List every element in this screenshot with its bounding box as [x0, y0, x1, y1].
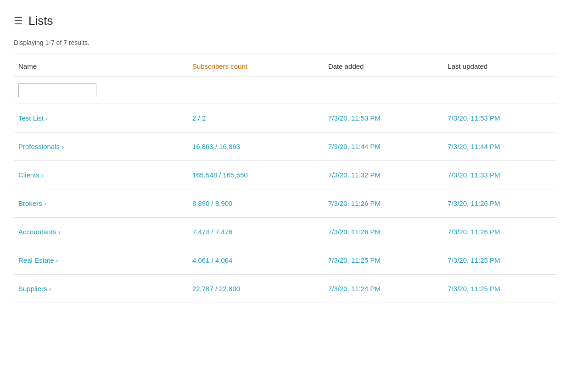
list-link[interactable]: Real Estate › — [18, 256, 58, 264]
table-header-row: Name Subscribers count Date added Last u… — [14, 54, 557, 77]
subscribers-count: 7,474 / 7,476 — [188, 218, 324, 246]
table-row: Suppliers ›22,787 / 22,8007/3/20, 11:24 … — [14, 275, 557, 303]
date-added: 7/3/20, 11:26 PM — [324, 218, 443, 246]
table-row: Test List ›2 / 27/3/20, 11:53 PM7/3/20, … — [14, 104, 557, 133]
date-added: 7/3/20, 11:26 PM — [324, 189, 443, 218]
list-link[interactable]: Accountants › — [18, 228, 61, 236]
last-updated: 7/3/20, 11:26 PM — [443, 218, 557, 246]
last-updated: 7/3/20, 11:25 PM — [443, 275, 557, 303]
subscribers-count: 165,548 / 165,550 — [188, 161, 324, 189]
date-added: 7/3/20, 11:24 PM — [324, 275, 443, 303]
list-link[interactable]: Suppliers › — [18, 285, 51, 293]
column-name: Name — [14, 54, 188, 77]
subscribers-count: 4,061 / 4,064 — [188, 246, 324, 275]
column-last-updated: Last updated — [443, 54, 557, 77]
search-row — [14, 77, 557, 104]
list-link[interactable]: Brokers › — [18, 199, 46, 207]
subscribers-count: 16,863 / 16,863 — [188, 133, 324, 161]
search-input[interactable] — [18, 83, 96, 97]
date-added: 7/3/20, 11:53 PM — [324, 104, 443, 133]
date-added: 7/3/20, 11:25 PM — [324, 246, 443, 275]
table-row: Professionals ›16,863 / 16,8637/3/20, 11… — [14, 133, 557, 161]
page-title: Lists — [28, 14, 53, 28]
subscribers-count: 2 / 2 — [188, 104, 324, 133]
subscribers-count: 22,787 / 22,800 — [188, 275, 324, 303]
table-row: Accountants ›7,474 / 7,4767/3/20, 11:26 … — [14, 218, 557, 246]
date-added: 7/3/20, 11:44 PM — [324, 133, 443, 161]
last-updated: 7/3/20, 11:44 PM — [443, 133, 557, 161]
lists-table: Name Subscribers count Date added Last u… — [14, 54, 557, 303]
table-row: Clients ›165,548 / 165,5507/3/20, 11:32 … — [14, 161, 557, 189]
page-header: ☰ Lists — [14, 9, 557, 28]
column-subscribers: Subscribers count — [188, 54, 324, 77]
column-date-added: Date added — [324, 54, 443, 77]
last-updated: 7/3/20, 11:33 PM — [443, 161, 557, 189]
last-updated: 7/3/20, 11:26 PM — [443, 189, 557, 218]
result-count: Displaying 1-7 of 7 results. — [14, 39, 557, 46]
list-link[interactable]: Professionals › — [18, 143, 64, 150]
subscribers-count: 8,890 / 8,900 — [188, 189, 324, 218]
last-updated: 7/3/20, 11:25 PM — [443, 246, 557, 275]
table-row: Brokers ›8,890 / 8,9007/3/20, 11:26 PM7/… — [14, 189, 557, 218]
table-row: Real Estate ›4,061 / 4,0647/3/20, 11:25 … — [14, 246, 557, 275]
list-link[interactable]: Clients › — [18, 171, 44, 179]
list-icon: ☰ — [14, 15, 23, 27]
date-added: 7/3/20, 11:32 PM — [324, 161, 443, 189]
list-link[interactable]: Test List › — [18, 114, 48, 122]
last-updated: 7/3/20, 11:53 PM — [443, 104, 557, 133]
